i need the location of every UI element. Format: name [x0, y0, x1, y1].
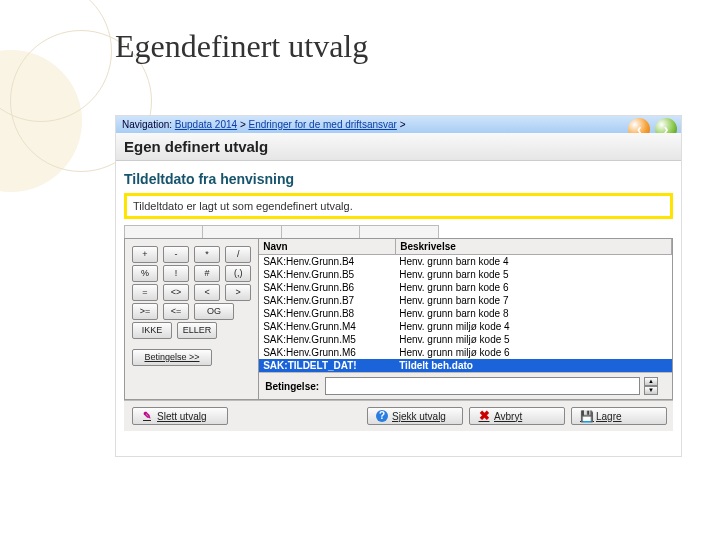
question-icon [376, 410, 388, 422]
save-icon [580, 410, 592, 422]
op-eller[interactable]: ELLER [177, 322, 217, 339]
breadcrumb: Navigation: Bupdata 2014 > Endringer for… [116, 116, 681, 133]
list-item[interactable]: SAK:Henv.Grunn.M5Henv. grunn miljø kode … [259, 333, 672, 346]
sjekk-utvalg-button[interactable]: Sjekk utvalg [367, 407, 463, 425]
section-title: Tildeltdato fra henvisning [124, 171, 673, 187]
operator-keypad: + - * / % ! # (,) = <> < > [125, 239, 258, 399]
nav-label: Navigation: [122, 119, 172, 130]
op-ikke[interactable]: IKKE [132, 322, 172, 339]
betingelse-field[interactable] [325, 377, 640, 395]
op-gt[interactable]: > [225, 284, 251, 301]
list-item[interactable]: SAK:Henv.Grunn.M6Henv. grunn miljø kode … [259, 346, 672, 359]
list-item[interactable]: SAK:Henv.Grunn.M4Henv. grunn miljø kode … [259, 320, 672, 333]
lagre-button[interactable]: Lagre [571, 407, 667, 425]
slide-title: Egendefinert utvalg [115, 28, 368, 65]
op-mult[interactable]: * [194, 246, 220, 263]
op-og[interactable]: OG [194, 303, 234, 320]
highlight-message: Tildeltdato er lagt ut som egendefinert … [124, 193, 673, 219]
op-lt[interactable]: < [194, 284, 220, 301]
page-title: Egen definert utvalg [116, 133, 681, 161]
list-item[interactable]: SAK:Henv.Grunn.B8Henv. grunn barn kode 8 [259, 307, 672, 320]
op-div[interactable]: / [225, 246, 251, 263]
op-plus[interactable]: + [132, 246, 158, 263]
spinner[interactable]: ▲▼ [644, 377, 658, 395]
crumb-bupdata[interactable]: Bupdata 2014 [175, 119, 237, 130]
nav-forward-icon[interactable]: › [655, 118, 677, 133]
app-window: Navigation: Bupdata 2014 > Endringer for… [115, 115, 682, 457]
list-item[interactable]: SAK:Henv.Grunn.B7Henv. grunn barn kode 7 [259, 294, 672, 307]
betingelse-label: Betingelse: [265, 381, 319, 392]
op-percent[interactable]: % [132, 265, 158, 282]
crumb-endringer[interactable]: Endringer for de med driftsansvar [249, 119, 397, 130]
avbryt-button[interactable]: Avbryt [469, 407, 565, 425]
list-item[interactable]: SAK:Henv.Grunn.B6Henv. grunn barn kode 6 [259, 281, 672, 294]
op-lte[interactable]: <= [163, 303, 189, 320]
close-icon [478, 410, 490, 422]
op-neq[interactable]: <> [163, 284, 189, 301]
op-hash[interactable]: # [194, 265, 220, 282]
op-minus[interactable]: - [163, 246, 189, 263]
op-paren[interactable]: (,) [225, 265, 251, 282]
op-excl[interactable]: ! [163, 265, 189, 282]
betingelse-button[interactable]: Betingelse >> [132, 349, 212, 366]
col-navn[interactable]: Navn [259, 239, 396, 254]
slett-utvalg-button[interactable]: Slett utvalg [132, 407, 228, 425]
selection-list: Navn Beskrivelse SAK:Henv.Grunn.B4Henv. … [258, 239, 672, 399]
list-item[interactable]: SAK:TILDELT_DAT!Tildelt beh.dato [259, 359, 672, 372]
nav-back-icon[interactable]: ‹ [628, 118, 650, 133]
list-item[interactable]: SAK:Henv.Grunn.B4Henv. grunn barn kode 4 [259, 255, 672, 268]
tab-strip [124, 225, 673, 238]
list-item[interactable]: SAK:Henv.Grunn.B5Henv. grunn barn kode 5 [259, 268, 672, 281]
col-beskrivelse[interactable]: Beskrivelse [396, 239, 672, 254]
edit-icon [141, 410, 153, 422]
op-gte[interactable]: >= [132, 303, 158, 320]
tab[interactable] [124, 225, 203, 238]
op-eq[interactable]: = [132, 284, 158, 301]
